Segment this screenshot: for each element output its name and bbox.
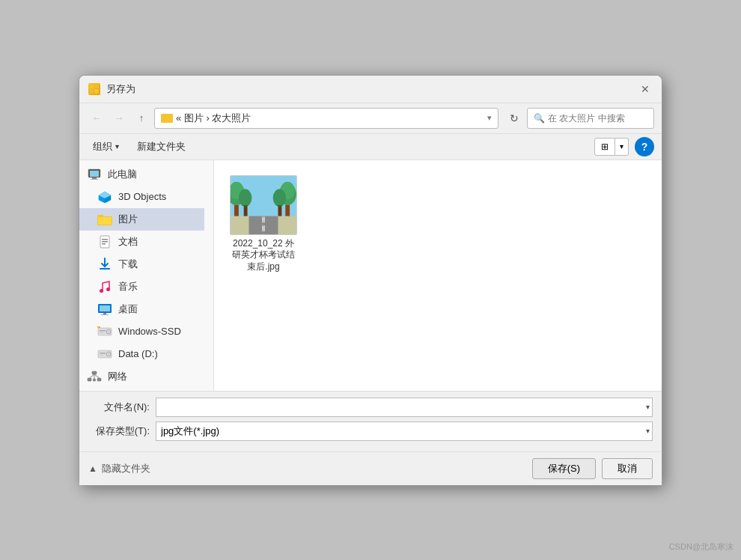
- svg-rect-39: [88, 378, 91, 381]
- filetype-label: 保存类型(T):: [88, 424, 156, 438]
- svg-rect-6: [92, 177, 97, 179]
- svg-rect-24: [103, 313, 106, 314]
- sidebar-label-desktop: 桌面: [118, 302, 138, 316]
- footer: ▲ 隐藏文件夹 保存(S) 取消: [79, 451, 662, 485]
- hide-folders-toggle[interactable]: ▲ 隐藏文件夹: [88, 462, 150, 475]
- sidebar-label-documents: 文档: [118, 235, 138, 249]
- up-button[interactable]: ↑: [132, 109, 151, 128]
- file-name: 2022_10_22 外 研英才杯考试结 束后.jpg: [232, 238, 295, 273]
- toolbar: 组织 ▾ 新建文件夹 ⊞ ▾ ?: [79, 134, 662, 160]
- sidebar-item-documents[interactable]: 文档: [79, 231, 204, 253]
- search-icon: 🔍: [534, 113, 545, 124]
- nav-bar: ← → ↑ « 图片 › 农大照片 ▾ ↻ 🔍: [79, 103, 662, 134]
- view-dropdown-button[interactable]: ▾: [615, 138, 629, 156]
- help-label: ?: [641, 141, 648, 153]
- view-icon: ⊞: [601, 141, 609, 152]
- sidebar-item-windows-ssd[interactable]: W Windows-SSD: [79, 320, 204, 343]
- filetype-select-wrapper: jpg文件(*.jpg) png文件(*.png) bmp文件(*.bmp) ▾: [156, 421, 653, 441]
- svg-rect-2: [90, 89, 94, 94]
- back-button[interactable]: ←: [87, 109, 106, 128]
- help-button[interactable]: ?: [635, 137, 654, 156]
- filetype-row: 保存类型(T): jpg文件(*.jpg) png文件(*.png) bmp文件…: [88, 421, 653, 441]
- refresh-button[interactable]: ↻: [504, 109, 524, 128]
- sidebar-item-data-d[interactable]: Data (D:): [79, 343, 204, 365]
- new-folder-button[interactable]: 新建文件夹: [131, 138, 192, 156]
- windows-ssd-icon: W: [97, 324, 112, 339]
- search-input[interactable]: [548, 113, 647, 124]
- title-bar-left: 另存为: [88, 82, 135, 96]
- chevron-up-icon: ▲: [88, 463, 97, 474]
- filename-label: 文件名(N):: [88, 401, 156, 414]
- network-icon: [87, 369, 102, 384]
- svg-text:W: W: [98, 326, 100, 327]
- filetype-select[interactable]: jpg文件(*.jpg) png文件(*.png) bmp文件(*.bmp): [156, 421, 653, 441]
- sidebar-item-this-pc[interactable]: 此电脑: [79, 163, 204, 186]
- svg-point-28: [108, 330, 110, 332]
- sidebar-item-desktop[interactable]: 桌面: [79, 298, 204, 320]
- file-grid: 2022_10_22 外 研英才杯考试结 束后.jpg: [214, 160, 662, 391]
- new-folder-label: 新建文件夹: [137, 140, 186, 153]
- sidebar-item-network[interactable]: 网络: [79, 365, 204, 388]
- filename-input-wrapper: ▾: [156, 398, 653, 417]
- pc-icon: [87, 167, 102, 182]
- forward-button[interactable]: →: [109, 109, 129, 128]
- sidebar-item-pictures[interactable]: 图片: [79, 208, 204, 231]
- view-mode-button[interactable]: ⊞: [594, 138, 615, 156]
- breadcrumb[interactable]: « 图片 › 农大照片 ▾: [154, 108, 498, 129]
- sidebar-label-pictures: 图片: [118, 213, 138, 226]
- filename-dropdown-arrow: ▾: [646, 403, 650, 411]
- svg-rect-14: [98, 217, 112, 225]
- svg-line-42: [90, 374, 95, 378]
- main-content: 此电脑 3D Objects: [79, 160, 662, 391]
- svg-rect-38: [92, 371, 97, 374]
- cancel-button[interactable]: 取消: [602, 458, 653, 479]
- pictures-folder-icon: [97, 212, 112, 227]
- sidebar-item-3d-objects[interactable]: 3D Objects: [79, 186, 204, 208]
- sidebar-label-3d-objects: 3D Objects: [118, 191, 166, 202]
- save-as-dialog: 另存为 ✕ ← → ↑ « 图片 › 农大照片 ▾ ↻ 🔍 组织 ▾ 新建文件夹: [79, 75, 662, 486]
- svg-rect-40: [97, 378, 101, 381]
- svg-rect-0: [90, 85, 94, 88]
- svg-rect-7: [91, 179, 98, 180]
- svg-line-43: [94, 374, 100, 378]
- documents-icon: [97, 234, 112, 249]
- svg-rect-29: [100, 330, 106, 332]
- desktop-icon: [97, 302, 112, 317]
- bottom-section: 文件名(N): ▾ 保存类型(T): jpg文件(*.jpg) png文件(*.…: [79, 391, 662, 451]
- filename-row: 文件名(N): ▾: [88, 398, 653, 417]
- svg-point-35: [108, 353, 110, 355]
- close-button[interactable]: ✕: [638, 82, 653, 97]
- dialog-icon: [88, 83, 100, 95]
- svg-rect-30: [100, 332, 103, 333]
- folder-icon: [161, 114, 173, 123]
- file-item[interactable]: 2022_10_22 外 研英才杯考试结 束后.jpg: [226, 172, 301, 276]
- data-d-icon: [97, 347, 112, 362]
- sidebar: 此电脑 3D Objects: [79, 160, 214, 391]
- filename-input[interactable]: [156, 398, 653, 417]
- organize-button[interactable]: 组织 ▾: [87, 138, 125, 156]
- sidebar-item-downloads[interactable]: 下载: [79, 253, 204, 276]
- file-thumbnail: [230, 175, 297, 235]
- breadcrumb-text: « 图片 › 农大照片: [176, 112, 484, 125]
- search-bar[interactable]: 🔍: [527, 108, 654, 129]
- sidebar-label-this-pc: 此电脑: [108, 168, 137, 181]
- sidebar-inner: 此电脑 3D Objects: [79, 163, 213, 388]
- sidebar-item-music[interactable]: 音乐: [79, 276, 204, 298]
- sidebar-label-music: 音乐: [118, 280, 138, 293]
- sidebar-label-data-d: Data (D:): [118, 348, 158, 359]
- watermark: CSDN@北岛寒沫: [669, 541, 734, 553]
- hide-folders-label: 隐藏文件夹: [102, 462, 150, 475]
- sidebar-label-windows-ssd: Windows-SSD: [118, 326, 181, 337]
- footer-buttons: 保存(S) 取消: [532, 458, 653, 479]
- music-icon: [97, 279, 112, 294]
- svg-rect-19: [100, 268, 110, 270]
- sidebar-label-network: 网络: [108, 370, 127, 383]
- title-bar: 另存为 ✕: [79, 76, 662, 103]
- svg-rect-23: [100, 305, 110, 311]
- save-button[interactable]: 保存(S): [532, 458, 596, 479]
- svg-rect-37: [100, 355, 103, 356]
- organize-arrow: ▾: [115, 142, 119, 150]
- svg-rect-41: [94, 379, 96, 381]
- svg-rect-36: [100, 353, 106, 354]
- view-dropdown-arrow: ▾: [620, 142, 623, 150]
